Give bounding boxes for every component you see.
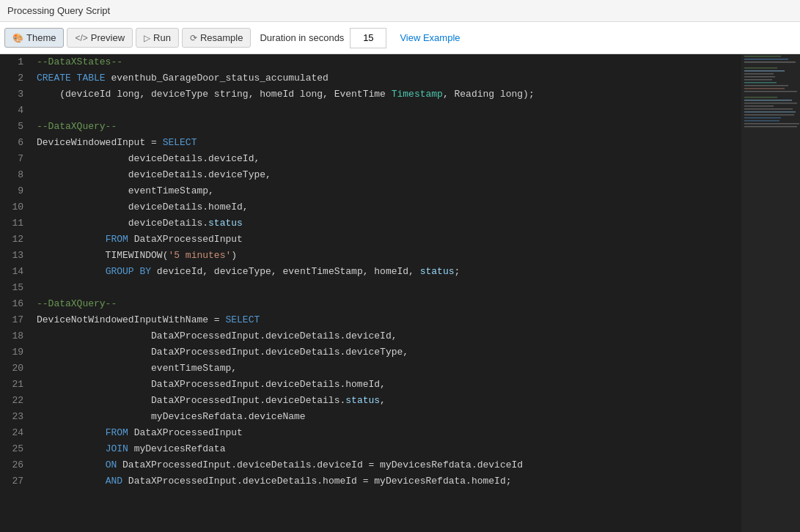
view-example-button[interactable]: View Example xyxy=(395,29,464,47)
preview-icon: </> xyxy=(75,33,87,43)
svg-rect-23 xyxy=(744,126,797,128)
svg-rect-1 xyxy=(744,56,781,57)
line-num-3: 3 xyxy=(0,86,31,103)
code-line-6: DeviceWindowedInput = SELECT xyxy=(37,135,735,151)
line-num-19: 19 xyxy=(0,344,31,361)
run-label: Run xyxy=(153,32,171,43)
svg-rect-19 xyxy=(744,114,794,116)
line-num-25: 25 xyxy=(0,441,31,457)
duration-input[interactable] xyxy=(350,28,386,48)
theme-label: Theme xyxy=(26,32,56,43)
code-line-19: DataXProcessedInput.deviceDetails.device… xyxy=(37,344,735,361)
line-num-12: 12 xyxy=(0,232,31,248)
svg-rect-14 xyxy=(744,100,792,101)
line-num-26: 26 xyxy=(0,457,31,473)
code-line-3: (deviceId long, deviceType string, homeI… xyxy=(37,86,735,103)
line-num-21: 21 xyxy=(0,377,31,393)
code-line-13: TIMEWINDOW('5 minutes') xyxy=(37,248,735,264)
editor-area: 1 2 3 4 5 6 7 8 9 10 11 12 13 14 15 16 1… xyxy=(0,54,800,532)
code-line-18: DataXProcessedInput.deviceDetails.device… xyxy=(37,328,735,344)
resample-label: Resample xyxy=(200,32,243,43)
code-line-27: AND DataXProcessedInput.deviceDetails.ho… xyxy=(37,473,735,489)
svg-rect-6 xyxy=(744,73,774,75)
code-line-4 xyxy=(37,103,735,119)
line-num-5: 5 xyxy=(0,119,31,135)
code-line-25: JOIN myDevicesRefdata xyxy=(37,441,735,457)
theme-icon: 🎨 xyxy=(12,33,23,43)
code-line-17: DeviceNotWindowedInputWithName = SELECT xyxy=(37,312,735,328)
svg-rect-18 xyxy=(744,111,796,113)
code-line-12: FROM DataXProcessedInput xyxy=(37,232,735,248)
svg-rect-11 xyxy=(744,88,785,89)
preview-button[interactable]: </> Preview xyxy=(67,28,133,48)
line-num-1: 1 xyxy=(0,54,31,70)
svg-rect-0 xyxy=(741,54,800,532)
svg-rect-15 xyxy=(744,103,797,104)
code-line-16: --DataXQuery-- xyxy=(37,296,735,312)
code-line-24: FROM DataXProcessedInput xyxy=(37,425,735,441)
code-line-7: deviceDetails.deviceId, xyxy=(37,151,735,167)
resample-icon: ⟳ xyxy=(190,33,197,43)
title-text: Processing Query Script xyxy=(7,5,110,16)
line-num-4: 4 xyxy=(0,103,31,119)
run-icon: ▷ xyxy=(144,33,150,43)
preview-label: Preview xyxy=(91,32,125,43)
line-num-9: 9 xyxy=(0,183,31,199)
line-num-15: 15 xyxy=(0,280,31,296)
svg-rect-12 xyxy=(744,91,797,92)
code-line-8: deviceDetails.deviceType, xyxy=(37,167,735,183)
svg-rect-2 xyxy=(744,59,788,60)
svg-rect-17 xyxy=(744,108,793,110)
line-num-6: 6 xyxy=(0,135,31,151)
code-line-26: ON DataXProcessedInput.deviceDetails.dev… xyxy=(37,457,735,473)
line-num-18: 18 xyxy=(0,328,31,344)
svg-rect-9 xyxy=(744,82,777,84)
line-num-2: 2 xyxy=(0,70,31,86)
code-line-2: CREATE TABLE eventhub_GarageDoor_status_… xyxy=(37,70,735,86)
code-line-5: --DataXQuery-- xyxy=(37,119,735,135)
svg-rect-21 xyxy=(744,120,779,122)
view-example-label: View Example xyxy=(400,32,460,43)
svg-rect-5 xyxy=(744,70,785,72)
line-num-8: 8 xyxy=(0,167,31,183)
line-num-17: 17 xyxy=(0,312,31,328)
svg-rect-7 xyxy=(744,76,775,78)
svg-rect-22 xyxy=(744,123,799,125)
minimap-visual xyxy=(741,54,800,532)
resample-button[interactable]: ⟳ Resample xyxy=(182,28,252,48)
code-line-9: eventTimeStamp, xyxy=(37,183,735,199)
line-num-10: 10 xyxy=(0,199,31,215)
line-num-14: 14 xyxy=(0,264,31,280)
svg-rect-16 xyxy=(744,106,774,107)
code-line-11: deviceDetails.status xyxy=(37,215,735,232)
line-num-16: 16 xyxy=(0,296,31,312)
svg-rect-4 xyxy=(744,67,777,69)
run-button[interactable]: ▷ Run xyxy=(136,28,179,48)
duration-label: Duration in seconds xyxy=(260,32,344,43)
code-line-20: eventTimeStamp, xyxy=(37,361,735,377)
line-num-7: 7 xyxy=(0,151,31,167)
svg-rect-10 xyxy=(744,85,788,86)
line-num-23: 23 xyxy=(0,409,31,425)
theme-button[interactable]: 🎨 Theme xyxy=(4,28,64,48)
line-num-11: 11 xyxy=(0,215,31,232)
toolbar: 🎨 Theme </> Preview ▷ Run ⟳ Resample Dur… xyxy=(0,22,800,54)
line-num-27: 27 xyxy=(0,473,31,489)
code-line-10: deviceDetails.homeId, xyxy=(37,199,735,215)
code-line-15 xyxy=(37,280,735,296)
title-bar: Processing Query Script xyxy=(0,0,800,22)
code-line-21: DataXProcessedInput.deviceDetails.homeId… xyxy=(37,377,735,393)
code-line-23: myDevicesRefdata.deviceName xyxy=(37,409,735,425)
code-editor[interactable]: --DataXStates-- CREATE TABLE eventhub_Ga… xyxy=(31,54,741,532)
line-num-20: 20 xyxy=(0,361,31,377)
line-num-24: 24 xyxy=(0,425,31,441)
code-line-22: DataXProcessedInput.deviceDetails.status… xyxy=(37,393,735,409)
svg-rect-8 xyxy=(744,79,772,81)
minimap xyxy=(741,54,800,532)
line-numbers: 1 2 3 4 5 6 7 8 9 10 11 12 13 14 15 16 1… xyxy=(0,54,31,532)
code-line-14: GROUP BY deviceId, deviceType, eventTime… xyxy=(37,264,735,280)
line-num-13: 13 xyxy=(0,248,31,264)
svg-rect-13 xyxy=(744,97,777,98)
svg-rect-3 xyxy=(744,62,796,63)
code-line-1: --DataXStates-- xyxy=(37,54,735,70)
